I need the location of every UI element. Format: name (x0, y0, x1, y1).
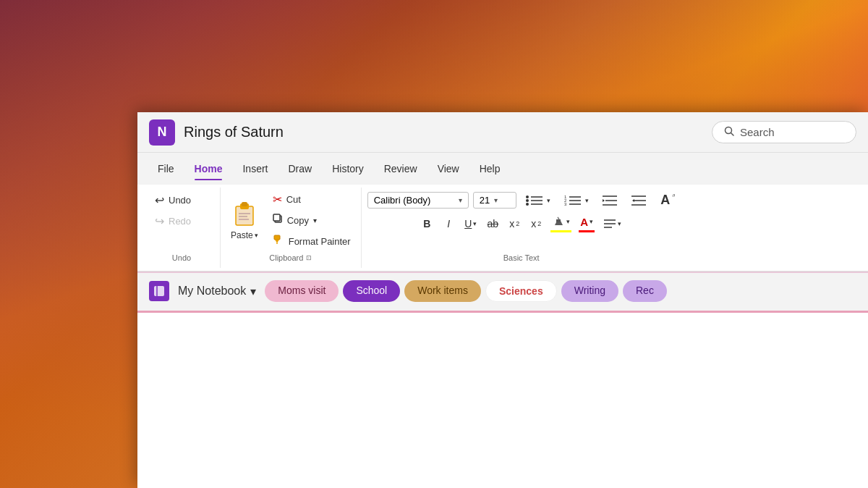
highlight-chevron: ▾ (566, 218, 570, 225)
menu-view[interactable]: View (429, 159, 468, 179)
superscript-button[interactable]: x2 (526, 216, 546, 232)
ribbon-group-undo: ↩ Undo ↪ Redo Undo (143, 188, 221, 268)
bullet-list-chevron: ▾ (547, 197, 550, 204)
onenote-logo: N (149, 119, 175, 146)
numbered-list-chevron: ▾ (585, 197, 589, 204)
font-color-chevron: ▾ (590, 218, 593, 225)
formatting-row: B I U ▾ ab x2 x2 (417, 213, 626, 234)
paste-icon (233, 201, 256, 230)
app-window: N Rings of Saturn Search File Home Inser… (137, 112, 868, 488)
menu-draw[interactable]: Draw (279, 159, 320, 179)
tab-rec[interactable]: Rec (623, 280, 667, 302)
title-bar: N Rings of Saturn Search (137, 112, 868, 153)
clipboard-actions: ✂ Cut Copy ▾ (268, 190, 355, 251)
undo-group-label: Undo (149, 253, 214, 265)
clipboard-group-content: Paste ▾ ✂ Cut (226, 190, 355, 251)
tab-moms-visit[interactable]: Moms visit (265, 280, 339, 302)
font-family-selector[interactable]: Calibri (Body) ▾ (367, 192, 469, 209)
svg-rect-38 (154, 286, 164, 296)
bullet-list-button[interactable]: ▾ (521, 191, 555, 210)
tab-work-items[interactable]: Work items (404, 280, 481, 302)
font-group-content: Calibri (Body) ▾ 21 ▾ (367, 190, 676, 251)
basic-text-group-label: Basic Text (367, 253, 676, 265)
redo-button[interactable]: ↪ Redo (149, 211, 214, 231)
search-icon (724, 126, 734, 138)
tab-writing[interactable]: Writing (561, 280, 618, 302)
tab-school[interactable]: School (343, 280, 400, 302)
subscript-button[interactable]: x2 (504, 216, 524, 232)
undo-icon: ↩ (155, 193, 164, 207)
svg-point-13 (526, 195, 529, 198)
cut-label: Cut (286, 194, 301, 205)
font-size-selector[interactable]: 21 ▾ (473, 192, 516, 209)
menu-help[interactable]: Help (471, 159, 509, 179)
notebook-dropdown-icon: ▾ (250, 285, 256, 298)
svg-marker-12 (275, 240, 279, 242)
search-label: Search (740, 126, 775, 138)
menu-history[interactable]: History (323, 159, 373, 179)
numbered-list-button[interactable]: 1 2 3 ▾ (559, 191, 593, 210)
clipboard-group-label: Clipboard ⊡ (226, 253, 355, 265)
cut-button[interactable]: ✂ Cut (268, 190, 355, 209)
svg-rect-33 (556, 219, 561, 222)
undo-button[interactable]: ↩ Undo (149, 190, 214, 210)
format-painter-icon (273, 234, 284, 248)
ribbon: ↩ Undo ↪ Redo Undo (137, 185, 868, 272)
menu-review[interactable]: Review (375, 159, 426, 179)
font-size-chevron: ▾ (494, 196, 498, 204)
menu-home[interactable]: Home (186, 159, 231, 179)
paste-button[interactable]: Paste ▾ (226, 198, 263, 243)
copy-dropdown: ▾ (313, 216, 317, 224)
highlight-button[interactable]: ▾ (548, 213, 574, 234)
notebook-title[interactable]: My Notebook ▾ (178, 285, 256, 298)
svg-point-17 (526, 203, 529, 206)
copy-label: Copy (287, 215, 309, 226)
strikethrough-button[interactable]: ab (482, 216, 503, 232)
svg-point-15 (526, 199, 529, 202)
format-painter-label: Format Painter (289, 236, 351, 247)
svg-line-1 (731, 133, 734, 136)
bold-button[interactable]: B (417, 216, 437, 232)
paste-dropdown-icon: ▾ (255, 232, 258, 239)
notebook-bar: My Notebook ▾ Moms visit School Work ite… (137, 272, 868, 309)
notebook-icon (149, 281, 169, 301)
font-color-indicator (579, 230, 595, 232)
redo-icon: ↪ (155, 214, 164, 228)
menu-bar: File Home Insert Draw History Review Vie… (137, 153, 868, 185)
text-style-button[interactable]: A ᵃ (655, 190, 676, 210)
notebook-tabs: Moms visit School Work items Sciences Wr… (265, 280, 856, 302)
menu-insert[interactable]: Insert (234, 159, 276, 179)
italic-button[interactable]: I (438, 216, 459, 232)
increase-indent-button[interactable] (597, 192, 622, 209)
svg-marker-32 (632, 199, 634, 202)
font-family-chevron: ▾ (459, 196, 462, 204)
align-chevron: ▾ (618, 220, 621, 227)
svg-rect-10 (274, 235, 280, 240)
svg-line-34 (558, 217, 559, 219)
ribbon-group-clipboard: Paste ▾ ✂ Cut (221, 188, 362, 268)
undo-label: Undo (169, 195, 191, 206)
svg-rect-4 (242, 202, 247, 206)
content-area[interactable] (137, 311, 868, 488)
font-row-1: Calibri (Body) ▾ 21 ▾ (367, 190, 676, 210)
copy-icon (273, 214, 283, 227)
copy-button[interactable]: Copy ▾ (268, 211, 355, 229)
font-family-label: Calibri (Body) (374, 195, 454, 206)
paragraph-align-button[interactable]: ▾ (599, 216, 626, 232)
decrease-indent-button[interactable] (626, 192, 651, 209)
tab-sciences[interactable]: Sciences (485, 280, 557, 302)
menu-file[interactable]: File (149, 159, 183, 179)
redo-label: Redo (169, 216, 191, 227)
strikethrough-label: ab (488, 218, 499, 230)
underline-chevron: ▾ (473, 220, 477, 227)
ribbon-group-font: Calibri (Body) ▾ 21 ▾ (362, 188, 681, 268)
underline-label: U (464, 218, 472, 230)
clipboard-expand-icon[interactable]: ⊡ (306, 254, 312, 261)
search-box[interactable]: Search (712, 121, 856, 143)
page-title: Rings of Saturn (184, 124, 703, 140)
highlight-color (550, 230, 571, 232)
font-color-button[interactable]: A ▾ (576, 214, 597, 234)
underline-button[interactable]: U ▾ (460, 216, 481, 232)
format-painter-button[interactable]: Format Painter (268, 232, 355, 251)
paste-label: Paste ▾ (231, 230, 258, 240)
